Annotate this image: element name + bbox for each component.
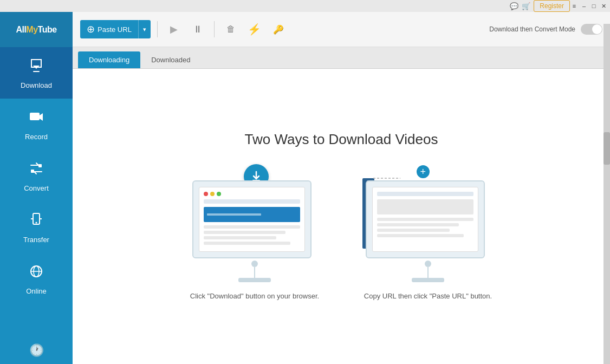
screen-1 xyxy=(199,187,305,252)
transfer-icon xyxy=(28,211,45,232)
svg-rect-9 xyxy=(31,170,34,173)
download-area: Two Ways to Download Videos xyxy=(73,69,610,364)
download-title: Two Ways to Download Videos xyxy=(245,131,438,148)
play-button[interactable]: ▶ xyxy=(164,20,184,39)
methods-row: Click "Download" button on your browser.… xyxy=(190,170,493,302)
monitor-stand-2 xyxy=(427,267,429,278)
monitor-base-1 xyxy=(238,278,271,282)
mode-label: Download then Convert Mode xyxy=(489,25,575,33)
monitor-circle-1 xyxy=(251,261,258,267)
clock-icon[interactable]: 🕐 xyxy=(29,343,44,358)
title-tray: 💬 🛒 Register xyxy=(510,0,570,12)
scrollbar-track xyxy=(603,24,610,364)
minimize-button[interactable]: – xyxy=(580,2,588,10)
svg-rect-5 xyxy=(33,71,40,72)
toggle-knob xyxy=(592,24,602,34)
sidebar-item-online[interactable]: Online xyxy=(0,253,73,304)
pause-button[interactable]: ⏸ xyxy=(188,20,207,39)
close-button[interactable]: ✕ xyxy=(599,2,608,10)
boost-button[interactable]: ⚡ xyxy=(245,20,264,39)
monitor-circle-2 xyxy=(425,261,431,267)
sidebar-item-download[interactable]: Download xyxy=(0,47,73,99)
toolbar-divider-2 xyxy=(214,21,215,37)
tabs-bar: Downloading Downloaded xyxy=(73,47,610,69)
online-icon xyxy=(28,263,45,284)
main-content: ⊕ Paste URL ▾ ▶ ⏸ 🗑 ⚡ 🔑 Download then Co… xyxy=(73,12,610,364)
convert-label: Convert xyxy=(24,184,49,192)
monitor-1 xyxy=(192,180,312,258)
svg-point-11 xyxy=(36,222,37,223)
delete-button[interactable]: 🗑 xyxy=(221,20,241,39)
paste-url-dropdown[interactable]: ▾ xyxy=(139,20,151,38)
record-label: Record xyxy=(25,133,48,141)
method-1-desc: Click "Download" button on your browser. xyxy=(190,291,319,302)
toolbar-divider-1 xyxy=(157,21,158,37)
paste-url-label: Paste URL xyxy=(98,25,132,34)
sidebar-item-record[interactable]: Record xyxy=(0,99,73,150)
svg-marker-7 xyxy=(40,113,43,121)
menu-button[interactable]: ≡ xyxy=(570,2,579,10)
method-2-desc: Copy URL then click "Paste URL" button. xyxy=(364,291,492,302)
svg-rect-1 xyxy=(31,59,32,68)
download-label: Download xyxy=(21,81,52,89)
sidebar-item-convert[interactable]: Convert xyxy=(0,150,73,202)
paste-url-main[interactable]: ⊕ Paste URL xyxy=(80,20,139,38)
monitor-2 xyxy=(366,180,485,258)
tab-downloading[interactable]: Downloading xyxy=(78,51,140,68)
key-button[interactable]: 🔑 xyxy=(269,20,288,39)
window-controls: ≡ – □ ✕ xyxy=(570,2,608,10)
convert-mode-toggle[interactable] xyxy=(581,24,602,35)
maximize-button[interactable]: □ xyxy=(589,2,598,10)
qq-icon: 💬 xyxy=(510,2,518,10)
scrollbar-thumb[interactable] xyxy=(603,132,610,165)
download-icon xyxy=(28,57,45,78)
method-1-illustration xyxy=(192,170,317,282)
monitor-stand-1 xyxy=(254,267,255,278)
cart-icon: 🛒 xyxy=(522,2,530,10)
toolbar-right: Download then Convert Mode xyxy=(489,24,602,35)
sidebar-bottom: 🕐 xyxy=(0,337,73,364)
plus-icon: ⊕ xyxy=(87,23,95,35)
register-button[interactable]: Register xyxy=(534,0,570,12)
svg-rect-6 xyxy=(30,113,40,120)
toolbar: ⊕ Paste URL ▾ ▶ ⏸ 🗑 ⚡ 🔑 Download then Co… xyxy=(73,12,610,47)
online-label: Online xyxy=(26,287,47,295)
screen-2 xyxy=(372,187,478,252)
method-2: + xyxy=(363,170,493,302)
title-bar: 💬 🛒 Register ≡ – □ ✕ xyxy=(0,0,610,12)
svg-rect-2 xyxy=(41,59,42,68)
svg-rect-0 xyxy=(31,59,42,60)
record-icon xyxy=(28,108,45,129)
paste-url-button[interactable]: ⊕ Paste URL ▾ xyxy=(80,20,151,38)
app-container: AllMyTube Download xyxy=(0,12,610,364)
transfer-label: Transfer xyxy=(23,236,49,244)
sidebar: AllMyTube Download xyxy=(0,12,73,364)
plus-bubble: + xyxy=(416,164,431,179)
convert-icon xyxy=(28,160,45,181)
tab-downloaded[interactable]: Downloaded xyxy=(140,51,201,68)
monitor-base-2 xyxy=(412,278,444,282)
method-1: Click "Download" button on your browser. xyxy=(190,170,320,302)
sidebar-item-transfer[interactable]: Transfer xyxy=(0,202,73,253)
svg-rect-8 xyxy=(38,164,42,167)
method-2-illustration: + xyxy=(366,170,490,282)
app-logo: AllMyTube xyxy=(0,12,73,47)
